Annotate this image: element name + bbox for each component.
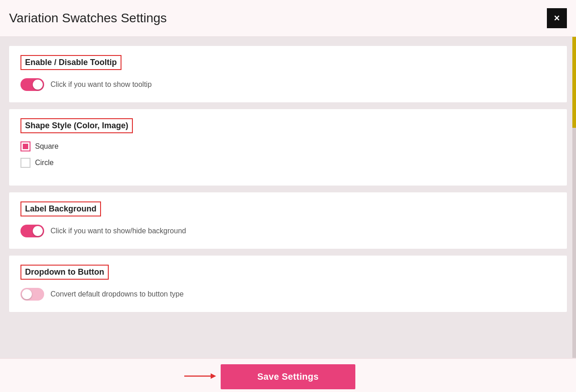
square-label: Square (35, 142, 59, 151)
dropdown-btn-heading: Dropdown to Button (20, 265, 109, 280)
circle-radio[interactable] (20, 158, 30, 168)
tooltip-toggle[interactable] (20, 78, 44, 91)
save-area: Save Settings (221, 364, 355, 389)
bottom-bar: Save Settings (0, 358, 576, 392)
tooltip-toggle-label: Click if you want to show tooltip (51, 80, 152, 89)
shape-style-section: Shape Style (Color, Image) Square Circle (9, 109, 567, 186)
circle-option[interactable]: Circle (20, 158, 556, 168)
tooltip-heading: Enable / Disable Tooltip (20, 55, 121, 70)
main-content: Enable / Disable Tooltip Click if you wa… (0, 37, 576, 392)
dropdown-btn-toggle[interactable] (20, 288, 44, 301)
label-bg-section: Label Background Click if you want to sh… (9, 192, 567, 249)
label-bg-toggle-label: Click if you want to show/hide backgroun… (51, 227, 186, 235)
save-settings-button[interactable]: Save Settings (221, 364, 355, 389)
label-bg-toggle[interactable] (20, 225, 44, 237)
scrollbar[interactable] (572, 37, 576, 392)
svg-marker-1 (211, 373, 216, 379)
tooltip-section: Enable / Disable Tooltip Click if you wa… (9, 46, 567, 102)
dropdown-btn-toggle-label: Convert default dropdowns to button type (51, 290, 184, 298)
close-button[interactable]: × (547, 8, 567, 28)
square-radio[interactable] (20, 141, 30, 151)
tooltip-toggle-row: Click if you want to show tooltip (20, 78, 556, 91)
scrollbar-thumb (572, 37, 576, 128)
label-bg-toggle-row: Click if you want to show/hide backgroun… (20, 225, 556, 237)
arrow-icon (184, 371, 216, 382)
header: Variation Swatches Settings × (0, 0, 576, 37)
dropdown-btn-section: Dropdown to Button Convert default dropd… (9, 256, 567, 312)
label-bg-heading: Label Background (20, 201, 101, 216)
shape-style-heading: Shape Style (Color, Image) (20, 118, 133, 133)
page-title: Variation Swatches Settings (9, 11, 167, 25)
dropdown-btn-toggle-row: Convert default dropdowns to button type (20, 288, 556, 301)
circle-label: Circle (35, 159, 54, 167)
square-option[interactable]: Square (20, 141, 556, 151)
arrow-wrapper (184, 371, 216, 383)
